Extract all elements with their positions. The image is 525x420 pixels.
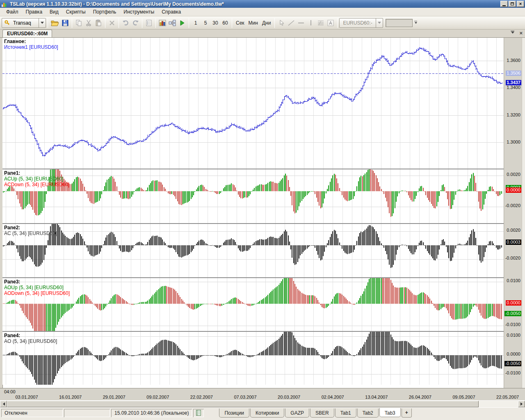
menu-item-4[interactable]: Скрипты [62,8,89,16]
save-icon [62,20,68,26]
menu-item-5[interactable]: Портфель [89,8,120,16]
axis-tick-pane4-0.0000: 0.0000 [507,352,520,356]
menu-bar: ФайлПравкаВидСкриптыПортфельИнструментыС… [0,8,525,16]
copy-icon [75,20,82,26]
delete-button[interactable] [107,18,117,28]
scrollbar-thumb[interactable] [7,401,479,407]
status-bar: Отключен 15.09.2010 10:46:36 (Локальное)… [0,407,525,418]
axis-tick-main-1.3400: 1.3400 [507,85,520,90]
main-canvas[interactable] [2,38,504,169]
workspace-tab-Tab3[interactable]: Tab3 [379,408,401,417]
text-a-icon: A [327,20,334,26]
restore-button[interactable] [509,1,516,7]
axis-tick-pane4-0.0100: 0.0100 [507,333,520,338]
axis-tick-pane1--0.0020: -0.0020 [505,203,520,208]
date-tick-07.03.2007: 07.03.2007 [234,395,256,399]
minimize-button[interactable] [500,1,508,7]
close-button[interactable]: × [517,1,524,7]
date-tick-22.05.2007: 22.05.2007 [496,395,519,399]
pane-4-series-label: AO (5, 34) [EURUSD60] [4,338,57,344]
script-diagram-button[interactable] [167,18,177,28]
pane-4[interactable]: Pane4: AO (5, 34) [EURUSD60] [2,331,525,385]
chart-button[interactable] [158,18,167,28]
toolbar-overflow-button[interactable] [413,18,418,28]
vertical-line-icon [309,20,313,26]
window-title: TSLab (версия 1.1.10.33:32bit) - D:\Docu… [10,1,500,7]
scroll-left-button[interactable] [0,401,7,407]
unit-button-2[interactable]: Мин [247,18,260,28]
workspace-tab-GAZP[interactable]: GAZP [285,409,309,418]
horizontal-scrollbar [0,400,525,407]
redo-icon [132,20,139,26]
workspace-tab-Котировки[interactable]: Котировки [250,409,284,418]
workspace-tab-Tab1[interactable]: Tab1 [335,409,356,418]
unit-button-group: СекМинДни [234,18,273,28]
vertical-scrollbar[interactable] [522,38,525,388]
paste-icon [95,20,102,26]
pane-main[interactable]: Главное: Источник1 [EURUSD60] [2,38,525,169]
pane-3-series-down-label: AODown (5, 34) [EURUSD60] [4,290,70,296]
chart-tab[interactable]: EURUSD60:-:60M [2,30,52,37]
tab-close-icon[interactable]: × [519,31,523,35]
connection-combo-dropdown[interactable] [39,18,46,27]
scroll-right-button[interactable] [518,401,525,407]
pane-3[interactable]: Pane3: AOUp (5, 34) [EURUSD60] AODown (5… [2,277,525,331]
pointer-tool-button[interactable] [276,18,286,28]
paste-button[interactable] [94,18,103,28]
undo-button[interactable] [121,18,130,28]
interval-button-60[interactable]: 60 [220,18,230,28]
pane-1[interactable]: Pane1: ACUp (5, 34) [EURUSD60] ACDown (5… [2,169,525,223]
menu-item-3[interactable]: Вид [46,8,62,16]
pane1-canvas[interactable] [2,169,504,223]
workspace-tab-SBER[interactable]: SBER [310,409,334,418]
copy-button[interactable] [74,18,84,28]
pane-3-series-up-label: AOUp (5, 34) [EURUSD60] [4,285,70,290]
save-button[interactable] [60,18,70,28]
text-tool-button[interactable]: A [326,18,336,28]
menu-item-6[interactable]: Инструменты [120,8,158,16]
workspace-tab-Tab2[interactable]: Tab2 [357,409,379,418]
cut-button[interactable] [84,18,94,28]
journal-icon [196,410,201,416]
run-button[interactable] [177,18,187,28]
pane2-canvas[interactable] [2,224,504,277]
add-workspace-tab-button[interactable]: + [402,409,412,418]
workspace-tab-Позиции[interactable]: Позиции [219,409,249,418]
unit-button-1[interactable]: Сек [234,18,247,28]
redo-button[interactable] [130,18,140,28]
axis-tick-pane3--0.0100: -0.0100 [505,322,520,327]
unit-button-3[interactable]: Дни [260,18,273,28]
properties-button[interactable] [144,18,154,28]
pane-main-series-label: Источник1 [EURUSD60] [4,44,58,50]
menu-item-2[interactable]: Правка [22,8,46,16]
symbol-combo-dropdown[interactable] [376,18,383,27]
interval-button-1[interactable]: 1 [191,18,201,28]
interval-button-group: 153060 [191,18,230,28]
fib-tool-button[interactable] [316,18,326,28]
toolbar: Transaq 153060 СекМинДни [0,16,525,30]
trendline-tool-button[interactable] [286,18,296,28]
journal-button[interactable] [193,409,204,417]
date-tick-09.02.2007: 09.02.2007 [146,395,169,399]
tab-list-icon[interactable] [511,31,514,35]
hline-tool-button[interactable] [296,18,306,28]
menu-item-7[interactable]: Справка [158,8,185,16]
connection-combo[interactable]: Transaq [2,18,46,28]
symbol-combo[interactable]: EURUSD60:- [339,18,383,28]
time-axis-start: 04:00 [4,389,16,394]
open-button[interactable] [50,18,60,28]
interval-button-5[interactable]: 5 [201,18,210,28]
pane4-canvas[interactable] [2,332,504,385]
menu-item-1[interactable]: Файл [2,8,22,16]
interval-button-30[interactable]: 30 [210,18,220,28]
pane3-canvas[interactable] [2,278,504,331]
date-tick-26.04.2007: 26.04.2007 [409,395,431,399]
app-icon [2,1,8,7]
pane-2[interactable]: Pane2: AC (5, 34) [EURUSD60] [2,223,525,277]
title-bar: TSLab (версия 1.1.10.33:32bit) - D:\Docu… [0,0,525,8]
axis-tick-main-1.3000: 1.3000 [507,139,520,144]
axis-marker-pane4--0.0050: -0.0050 [504,361,521,366]
folder-open-icon [51,20,59,26]
scrollbar-track[interactable] [479,401,518,407]
vline-tool-button[interactable] [306,18,316,28]
